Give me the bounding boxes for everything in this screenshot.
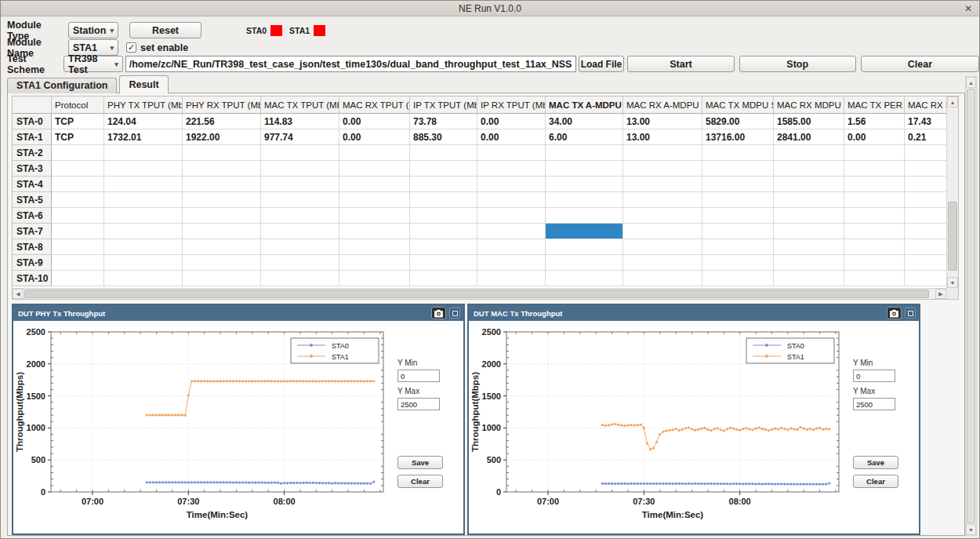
- table-cell[interactable]: [183, 239, 261, 255]
- row-header[interactable]: STA-2: [13, 145, 52, 161]
- table-cell[interactable]: [52, 177, 104, 192]
- table-horizontal-scrollbar[interactable]: ◀ ▶: [13, 288, 946, 299]
- row-header[interactable]: STA-4: [13, 177, 52, 192]
- table-cell[interactable]: [410, 161, 477, 177]
- table-cell[interactable]: [623, 192, 702, 208]
- table-cell[interactable]: 1.56: [844, 114, 905, 129]
- float-window-icon[interactable]: [905, 308, 916, 319]
- tab-result[interactable]: Result: [119, 75, 168, 93]
- column-header[interactable]: MAC RX MDPU Size: [774, 97, 844, 114]
- table-cell[interactable]: 1922.00: [183, 129, 261, 145]
- table-cell[interactable]: [104, 271, 183, 286]
- table-cell[interactable]: [52, 145, 104, 161]
- column-header[interactable]: PHY RX TPUT (Mbps): [183, 97, 261, 114]
- table-cell[interactable]: 0.21: [905, 129, 946, 145]
- clear-button[interactable]: Clear: [861, 56, 979, 72]
- y-max-input[interactable]: [853, 398, 895, 410]
- table-cell[interactable]: [261, 177, 339, 192]
- table-cell[interactable]: [905, 224, 946, 239]
- table-cell[interactable]: TCP: [52, 129, 104, 145]
- table-cell[interactable]: [183, 271, 261, 286]
- table-cell[interactable]: [905, 255, 946, 271]
- column-header[interactable]: MAC TX TPUT (Mbps): [261, 97, 339, 114]
- table-cell[interactable]: [261, 208, 339, 224]
- table-cell[interactable]: [477, 177, 546, 192]
- table-cell[interactable]: [546, 192, 623, 208]
- table-cell[interactable]: [261, 224, 339, 239]
- table-cell[interactable]: [52, 239, 104, 255]
- table-cell[interactable]: 885.30: [410, 129, 477, 145]
- table-cell[interactable]: [183, 208, 261, 224]
- table-cell[interactable]: [702, 255, 774, 271]
- table-cell[interactable]: [844, 224, 905, 239]
- clear-button[interactable]: Clear: [397, 475, 443, 488]
- table-cell[interactable]: [339, 224, 410, 239]
- row-header[interactable]: STA-9: [13, 255, 52, 271]
- tab-sta1-configuration[interactable]: STA1 Configuration: [7, 78, 117, 93]
- table-cell[interactable]: [52, 255, 104, 271]
- column-header[interactable]: MAC RX A-MDPU Size: [623, 97, 702, 114]
- row-header[interactable]: STA-8: [13, 239, 52, 255]
- row-header[interactable]: STA-5: [13, 192, 52, 208]
- table-cell[interactable]: 977.74: [261, 129, 339, 145]
- save-button[interactable]: Save: [853, 456, 898, 469]
- table-cell[interactable]: [905, 239, 946, 255]
- table-cell[interactable]: [410, 255, 477, 271]
- table-cell[interactable]: [52, 271, 104, 286]
- table-cell[interactable]: [702, 145, 774, 161]
- row-header[interactable]: STA-3: [13, 161, 52, 177]
- table-cell[interactable]: [104, 224, 183, 239]
- table-cell[interactable]: [339, 145, 410, 161]
- row-header[interactable]: STA-10: [13, 271, 52, 286]
- scroll-left-icon[interactable]: ◀: [13, 289, 24, 299]
- table-cell[interactable]: [183, 145, 261, 161]
- table-cell[interactable]: [477, 145, 546, 161]
- table-cell[interactable]: [844, 177, 905, 192]
- table-cell[interactable]: 13716.00: [702, 129, 774, 145]
- table-cell[interactable]: [546, 208, 623, 224]
- table-cell[interactable]: 13.00: [623, 114, 702, 129]
- table-cell[interactable]: [844, 208, 905, 224]
- close-icon[interactable]: ✕: [964, 1, 972, 16]
- stop-button[interactable]: Stop: [739, 56, 856, 72]
- table-cell[interactable]: [702, 239, 774, 255]
- row-header[interactable]: STA-0: [13, 114, 52, 129]
- table-cell[interactable]: [104, 177, 183, 192]
- table-cell[interactable]: [410, 145, 477, 161]
- row-header[interactable]: STA-6: [13, 208, 52, 224]
- column-header[interactable]: [13, 97, 52, 114]
- table-cell[interactable]: [339, 192, 410, 208]
- table-cell[interactable]: [477, 271, 546, 286]
- table-cell[interactable]: 2841.00: [774, 129, 844, 145]
- table-cell[interactable]: [183, 161, 261, 177]
- table-cell[interactable]: [183, 224, 261, 239]
- table-cell[interactable]: [546, 271, 623, 286]
- table-cell[interactable]: [183, 192, 261, 208]
- y-max-input[interactable]: [397, 398, 440, 410]
- table-cell[interactable]: [52, 208, 104, 224]
- load-file-button[interactable]: Load File: [579, 56, 625, 72]
- column-header[interactable]: MAC TX A-MDPU Size: [546, 97, 623, 114]
- column-header[interactable]: IP RX TPUT (Mbps): [477, 97, 546, 114]
- row-header[interactable]: STA-7: [13, 224, 52, 239]
- table-cell[interactable]: [774, 192, 844, 208]
- table-cell[interactable]: [702, 224, 774, 239]
- table-cell[interactable]: [546, 239, 623, 255]
- table-cell[interactable]: [477, 192, 546, 208]
- scrollbar-thumb[interactable]: [948, 202, 957, 271]
- table-cell[interactable]: [477, 208, 546, 224]
- table-cell[interactable]: 1585.00: [774, 114, 844, 129]
- table-cell[interactable]: [774, 224, 844, 239]
- table-cell[interactable]: [623, 177, 702, 192]
- table-cell[interactable]: [905, 192, 946, 208]
- table-cell[interactable]: [261, 161, 339, 177]
- table-cell[interactable]: [339, 208, 410, 224]
- table-cell[interactable]: [774, 255, 844, 271]
- table-cell[interactable]: [104, 145, 183, 161]
- table-cell[interactable]: [104, 161, 183, 177]
- clear-button[interactable]: Clear: [853, 475, 898, 488]
- table-cell[interactable]: [702, 208, 774, 224]
- table-cell[interactable]: [844, 145, 905, 161]
- table-cell[interactable]: [477, 161, 546, 177]
- table-cell[interactable]: [844, 192, 905, 208]
